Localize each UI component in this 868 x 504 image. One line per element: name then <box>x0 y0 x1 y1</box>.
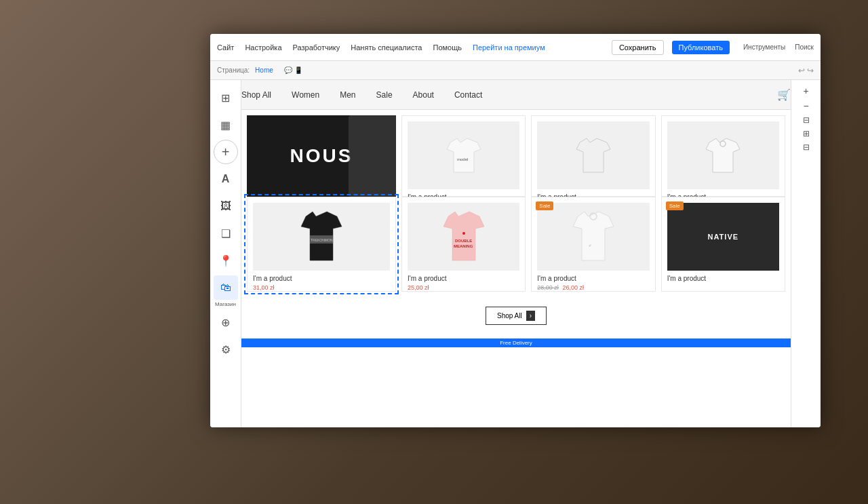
add-icon: + <box>214 140 238 164</box>
website-preview: Shop All Women Men Sale About Contact 🛒 … <box>241 80 791 427</box>
product-name-7: I'm a product <box>537 275 649 282</box>
product-name-8: I'm a product <box>667 275 779 282</box>
menu-settings[interactable]: Настройка <box>245 43 281 52</box>
right-sidebar: + − ⊟ ⊞ ⊟ <box>791 80 821 427</box>
tshirt-pink-svg: DOUBLE MEANING <box>440 210 488 264</box>
tshirt-svg-2 <box>573 137 614 174</box>
product-image-2 <box>537 121 649 189</box>
undo-icon[interactable]: ↩ ↪ <box>798 66 814 75</box>
product-image-3 <box>667 121 779 189</box>
product-price-6: 25,00 zł <box>408 284 519 291</box>
sale-badge-7: Sale <box>536 201 553 210</box>
sidebar-item-media[interactable]: 🖼 <box>214 194 238 218</box>
price-original-7: 28,00 zł <box>537 284 559 291</box>
sidebar-item-apps[interactable]: ⊕ <box>214 310 238 334</box>
price-sale-7: 26,00 zł <box>562 284 584 291</box>
product-image-1: model <box>408 121 519 189</box>
products-row2: TREKONMON I'm a product 31,00 zł DOUBLE <box>241 197 791 297</box>
nav-women[interactable]: Women <box>292 90 319 100</box>
sidebar-item-add[interactable]: + <box>214 140 238 164</box>
menu-items: Сайт Настройка Разработчику Нанять специ… <box>217 43 545 52</box>
toolbar-icons: 💬 📱 <box>284 66 302 74</box>
page-label: Страница: <box>217 66 250 74</box>
native-text: NATIVE <box>708 233 739 241</box>
free-delivery-badge: Free Delivery <box>241 338 791 347</box>
sidebar-item-sections[interactable]: ▦ <box>214 113 238 137</box>
svg-text:DOUBLE: DOUBLE <box>455 239 472 243</box>
shop-all-arrow: › <box>526 311 535 321</box>
shop-all-button[interactable]: Shop All › <box>486 307 547 325</box>
right-icon-layers[interactable]: ⊟ <box>803 142 810 152</box>
save-button[interactable]: Сохранить <box>612 40 664 55</box>
cart-icon[interactable]: 🛒 <box>777 88 791 101</box>
product-name-5: I'm a product <box>253 275 390 282</box>
store-icon: 🛍 <box>214 275 238 300</box>
sidebar-item-text[interactable]: A <box>214 167 238 191</box>
editor-body: ⊞ ▦ + A 🖼 ❑ 📍 🛍 Магазин <box>210 80 821 427</box>
product-card-6[interactable]: DOUBLE MEANING I'm a product 25,00 zł <box>401 197 526 292</box>
svg-text:MEANING: MEANING <box>454 244 473 248</box>
sale-badge-8: Sale <box>666 201 684 210</box>
product-card-7[interactable]: Sale ✐ I'm a product 28,00 zł 26,00 zł <box>531 197 655 292</box>
canvas-area[interactable]: Shop All Women Men Sale About Contact 🛒 … <box>241 80 791 427</box>
text-icon: A <box>214 167 238 191</box>
model-silhouette <box>349 115 396 197</box>
nav-contact[interactable]: Contact <box>454 90 482 100</box>
product-name-6: I'm a product <box>408 275 519 282</box>
tools-label: Инструменты <box>743 43 785 51</box>
product-image-5: TREKONMON <box>253 203 390 271</box>
sidebar-item-settings-sidebar[interactable]: ⚙ <box>214 337 238 362</box>
svg-text:TREKONMON: TREKONMON <box>311 238 333 242</box>
products-row1: NOUS model I'm a product 26 <box>241 110 791 197</box>
product-image-6: DOUBLE MEANING <box>408 203 519 271</box>
product-price-7: 28,00 zł 26,00 zł <box>537 284 649 291</box>
tshirt-white-svg: ✐ <box>570 210 617 264</box>
svg-text:✐: ✐ <box>589 244 591 248</box>
shop-all-section: Shop All › <box>241 297 791 336</box>
nav-men[interactable]: Men <box>340 90 355 100</box>
menu-developer[interactable]: Разработчику <box>293 43 340 52</box>
page-name[interactable]: Home <box>255 66 273 74</box>
product-card-5[interactable]: TREKONMON I'm a product 31,00 zł <box>247 197 396 292</box>
menu-help[interactable]: Помощь <box>433 43 462 52</box>
tools-section: Инструменты Поиск <box>743 43 814 51</box>
pages-icon: ⊞ <box>214 85 238 110</box>
hero-banner: NOUS <box>247 115 396 197</box>
product-card-3[interactable]: I'm a product 32,00 zł <box>661 115 785 197</box>
media-icon: 🖼 <box>214 194 238 218</box>
apps-icon: ⊕ <box>214 310 238 334</box>
product-card-8[interactable]: Sale NATIVE I'm a product <box>661 197 785 292</box>
left-sidebar: ⊞ ▦ + A 🖼 ❑ 📍 🛍 Магазин <box>210 80 241 427</box>
settings-sidebar-icon: ⚙ <box>214 337 238 362</box>
menu-site[interactable]: Сайт <box>217 43 234 52</box>
sidebar-item-store[interactable]: 🛍 Магазин <box>214 275 238 307</box>
store-nav: Shop All Women Men Sale About Contact 🛒 <box>241 80 791 110</box>
editor-toolbar2: Страница: Home 💬 📱 ↩ ↪ <box>210 61 821 80</box>
nav-shop-all[interactable]: Shop All <box>241 90 271 100</box>
store-label: Магазин <box>215 301 236 307</box>
right-icon-ruler[interactable]: ⊟ <box>803 115 810 125</box>
right-icon-zoom-in[interactable]: + <box>803 85 808 96</box>
sidebar-item-components[interactable]: ❑ <box>214 221 238 246</box>
product-image-7: ✐ <box>537 203 649 271</box>
sections-icon: ▦ <box>214 113 238 137</box>
svg-point-6 <box>462 232 465 235</box>
nav-about[interactable]: About <box>413 90 434 100</box>
publish-button[interactable]: Публиковать <box>672 41 730 54</box>
location-icon: 📍 <box>214 248 238 273</box>
tshirt-svg-3 <box>703 137 743 174</box>
search-label[interactable]: Поиск <box>795 43 814 51</box>
editor-menubar: Сайт Настройка Разработчику Нанять специ… <box>210 34 821 61</box>
menu-premium[interactable]: Перейти на премиум <box>473 43 545 52</box>
svg-text:model: model <box>457 157 468 161</box>
product-card-1[interactable]: model I'm a product 26,00 zł <box>401 115 526 197</box>
right-icon-grid[interactable]: ⊞ <box>803 129 810 138</box>
product-card-2[interactable]: I'm a product 26,00 zł 24,70 zł <box>531 115 655 197</box>
product-image-8: NATIVE <box>667 203 779 271</box>
right-icon-zoom-out[interactable]: − <box>803 100 808 111</box>
editor-screen: Сайт Настройка Разработчику Нанять специ… <box>210 34 821 427</box>
menu-hire[interactable]: Нанять специалиста <box>351 43 422 52</box>
nav-sale[interactable]: Sale <box>376 90 393 100</box>
sidebar-item-pages[interactable]: ⊞ <box>214 85 238 110</box>
sidebar-item-location[interactable]: 📍 <box>214 248 238 273</box>
